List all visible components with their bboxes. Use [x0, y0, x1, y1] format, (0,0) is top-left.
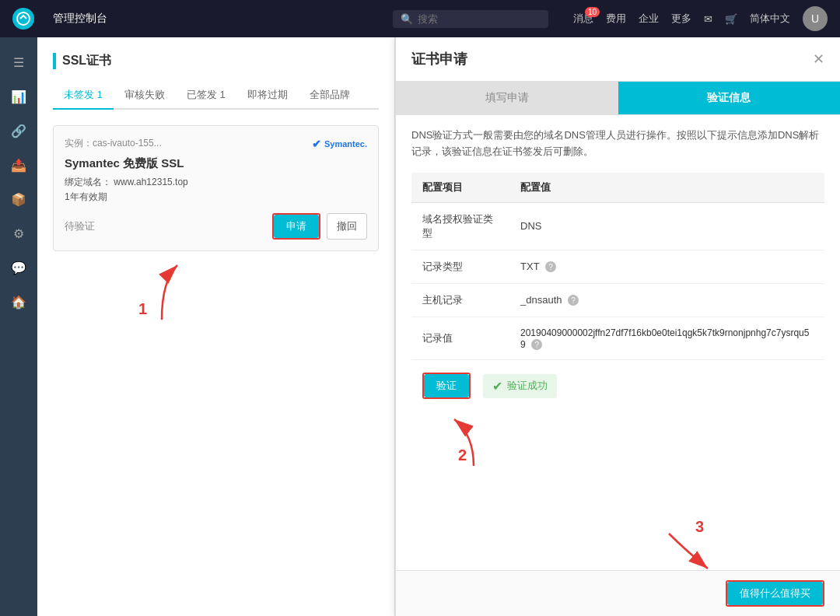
- nav-cart[interactable]: 🛒: [725, 13, 737, 25]
- nav-billing[interactable]: 费用: [606, 12, 626, 26]
- sidebar-icon-chat[interactable]: 💬: [6, 255, 31, 280]
- footer-btn-highlight: 值得什么值得买: [726, 580, 824, 607]
- arrow-2-svg: [435, 411, 513, 474]
- row2-value: TXT ?: [509, 250, 824, 283]
- modal-header: 证书申请 ✕: [396, 37, 840, 82]
- cert-instance: 实例：cas-ivauto-155...: [65, 137, 162, 150]
- nav-more-label: 更多: [671, 12, 691, 24]
- row3-value: _dnsauth ?: [509, 283, 824, 317]
- brand-name: Symantec.: [324, 139, 367, 149]
- annotation-area-1: 1: [53, 257, 379, 335]
- sidebar-icon-menu[interactable]: ☰: [6, 50, 31, 75]
- annotation-number-3: 3: [695, 518, 704, 536]
- help-icon-record[interactable]: ?: [531, 339, 542, 350]
- row3-item: 主机记录: [411, 283, 509, 317]
- cert-card-header: 实例：cas-ivauto-155... ✔ Symantec.: [65, 137, 367, 150]
- arrow-3-svg: [661, 526, 723, 572]
- sidebar-icon-box[interactable]: 📦: [6, 187, 31, 212]
- step-fill-application[interactable]: 填写申请: [396, 82, 618, 114]
- nav-billing-label: 费用: [606, 12, 626, 24]
- table-row: 域名授权验证类型 DNS: [411, 202, 824, 250]
- cert-footer: 待验证 申请 撤回: [65, 213, 367, 240]
- verify-button[interactable]: 验证: [424, 374, 469, 397]
- topnav: 管理控制台 🔍 消息 10 费用 企业 更多 ✉ 🛒 简体中文 U: [0, 0, 840, 37]
- col-item-header: 配置项目: [411, 173, 509, 203]
- tab-expiring[interactable]: 即将过期: [236, 82, 299, 110]
- cert-domain-label: 绑定域名：: [65, 177, 111, 187]
- modal-footer: 3 值得什么值得买: [396, 570, 840, 616]
- symantec-badge: ✔ Symantec.: [312, 138, 367, 150]
- tab-all-brands[interactable]: 全部品牌: [299, 82, 361, 110]
- logo-icon: [12, 8, 34, 30]
- row1-value: DNS: [509, 202, 824, 250]
- avatar-initials: U: [811, 12, 819, 25]
- cert-domain: 绑定域名： www.ah12315.top: [65, 176, 367, 189]
- cert-status: 待验证: [65, 219, 95, 233]
- search-icon: 🔍: [401, 13, 413, 25]
- close-button[interactable]: ✕: [813, 51, 824, 68]
- svg-point-0: [17, 12, 30, 25]
- main-layout: ☰ 📊 🔗 📤 📦 ⚙ 💬 🏠 SSL证书 未签发 1 审核失败 已签发 1: [0, 37, 840, 616]
- annotation-area-2: 2: [411, 411, 824, 474]
- table-row: 记录类型 TXT ?: [411, 250, 824, 283]
- row4-item: 记录值: [411, 317, 509, 360]
- sidebar-icon-settings[interactable]: ⚙: [6, 221, 31, 246]
- check-icon: ✔: [312, 138, 321, 150]
- row4-value: 20190409000002jffn27df7f16kb0e0tei1qgk5k…: [509, 317, 824, 360]
- panel-title: SSL证书: [53, 53, 379, 69]
- nav-language[interactable]: 简体中文: [750, 12, 790, 26]
- messages-badge: 10: [585, 7, 600, 17]
- verify-btn-highlight: 验证: [422, 373, 471, 399]
- nav-more[interactable]: 更多: [671, 12, 691, 26]
- sidebar: ☰ 📊 🔗 📤 📦 ⚙ 💬 🏠: [0, 37, 37, 616]
- annotation-number-2: 2: [458, 446, 467, 464]
- row1-item: 域名授权验证类型: [411, 202, 509, 250]
- sidebar-icon-upload[interactable]: 📤: [6, 152, 31, 177]
- left-panel: SSL证书 未签发 1 审核失败 已签发 1 即将过期 全部品牌: [37, 37, 395, 616]
- apply-button[interactable]: 申请: [274, 215, 319, 238]
- verify-row: 验证 ✔ 验证成功: [411, 360, 824, 411]
- footer-annotation: 3 值得什么值得买: [726, 580, 824, 607]
- step-verify-info[interactable]: 验证信息: [618, 82, 841, 114]
- nav-enterprise[interactable]: 企业: [639, 12, 659, 26]
- cert-card: 实例：cas-ivauto-155... ✔ Symantec. Symante…: [53, 125, 379, 251]
- main-content: SSL证书 未签发 1 审核失败 已签发 1 即将过期 全部品牌: [37, 37, 840, 616]
- modal-title: 证书申请: [411, 50, 467, 68]
- success-icon: ✔: [492, 379, 502, 394]
- topnav-nav-items: 消息 10 费用 企业 更多 ✉ 🛒 简体中文 U: [573, 6, 828, 31]
- help-icon-host[interactable]: ?: [568, 295, 579, 306]
- table-row: 记录值 20190409000002jffn27df7f16kb0e0tei1q…: [411, 317, 824, 360]
- sidebar-icon-dashboard[interactable]: 📊: [6, 84, 31, 109]
- annotation-number-1: 1: [138, 300, 147, 318]
- cert-validity: 1年有效期: [65, 191, 367, 204]
- sidebar-icon-home[interactable]: 🏠: [6, 289, 31, 314]
- sidebar-icon-link[interactable]: 🔗: [6, 118, 31, 143]
- footer-submit-button[interactable]: 值得什么值得买: [727, 582, 823, 605]
- apply-btn-highlight: 申请: [272, 213, 320, 240]
- steps: 填写申请 验证信息: [396, 82, 840, 115]
- cert-name: Symantec 免费版 SSL: [65, 156, 367, 171]
- cart-icon: 🛒: [725, 13, 737, 25]
- avatar[interactable]: U: [803, 6, 828, 31]
- cert-tabs: 未签发 1 审核失败 已签发 1 即将过期 全部品牌: [53, 82, 379, 110]
- success-label: 验证成功: [507, 379, 548, 393]
- cert-actions: 申请 撤回: [272, 213, 367, 240]
- verify-success-text: ✔ 验证成功: [483, 374, 557, 398]
- search-bar[interactable]: 🔍: [393, 10, 548, 28]
- search-input[interactable]: [418, 13, 534, 25]
- language-label: 简体中文: [750, 12, 790, 24]
- cert-domain-value: www.ah12315.top: [114, 177, 187, 187]
- tab-signed[interactable]: 已签发 1: [176, 82, 236, 110]
- row2-item: 记录类型: [411, 250, 509, 283]
- help-icon-txt[interactable]: ?: [545, 261, 556, 272]
- tab-failed[interactable]: 审核失败: [114, 82, 176, 110]
- modal-body: DNS验证方式一般需要由您的域名DNS管理人员进行操作。按照以下提示信息添加DN…: [396, 115, 840, 570]
- nav-messages[interactable]: 消息 10: [573, 12, 593, 26]
- modal-desc: DNS验证方式一般需要由您的域名DNS管理人员进行操作。按照以下提示信息添加DN…: [411, 128, 824, 160]
- col-value-header: 配置值: [509, 173, 824, 203]
- tab-unsigned[interactable]: 未签发 1: [53, 82, 114, 110]
- cert-modal: 证书申请 ✕ 填写申请 验证信息 DNS验证方式一般需要由您的域名DNS管理人员…: [395, 37, 840, 616]
- nav-mail[interactable]: ✉: [704, 13, 712, 25]
- nav-enterprise-label: 企业: [639, 12, 659, 24]
- revoke-button[interactable]: 撤回: [327, 213, 367, 240]
